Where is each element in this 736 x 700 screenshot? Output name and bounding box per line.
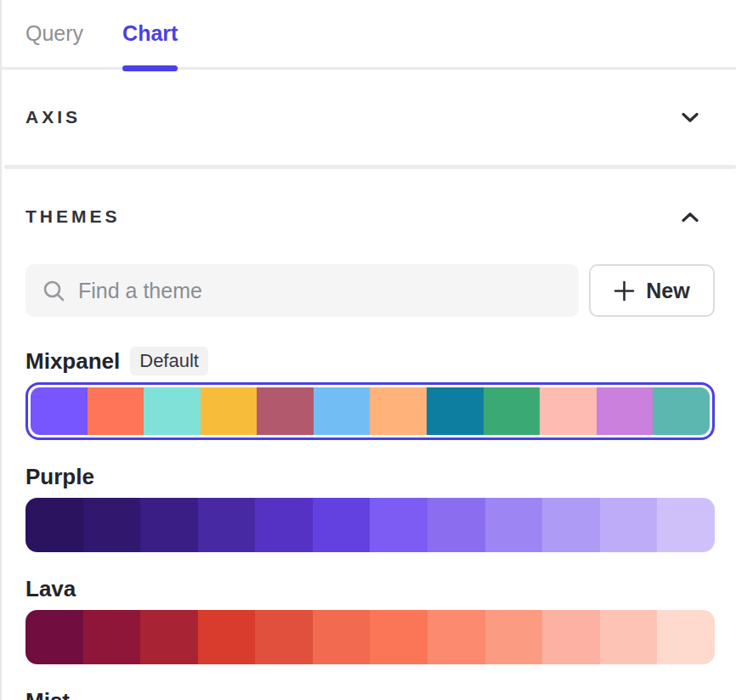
color-swatch: [313, 610, 371, 664]
tab-query-label: Query: [25, 21, 83, 46]
color-swatch: [140, 498, 198, 552]
color-swatch: [600, 498, 658, 552]
color-swatch: [485, 498, 543, 552]
color-swatch: [370, 610, 427, 664]
theme-entry-lava: Lava: [25, 575, 715, 664]
new-theme-button-label: New: [646, 279, 689, 303]
theme-name: Mist: [25, 688, 70, 700]
theme-label-row: Mist: [25, 687, 715, 700]
axis-section-header[interactable]: AXIS: [2, 70, 736, 165]
color-swatch: [255, 498, 313, 552]
theme-search-box[interactable]: [25, 264, 579, 317]
tab-chart[interactable]: Chart: [122, 0, 178, 67]
color-swatch: [600, 610, 658, 664]
color-swatch: [198, 610, 256, 664]
axis-section-title: AXIS: [25, 107, 81, 127]
color-swatch: [427, 387, 484, 435]
theme-entry-mixpanel: MixpanelDefault: [25, 347, 715, 440]
color-swatch: [653, 387, 710, 435]
theme-name: Lava: [25, 576, 76, 602]
color-swatch: [255, 610, 313, 664]
swatch-row: [25, 498, 715, 552]
color-swatch: [25, 498, 83, 552]
theme-list: MixpanelDefaultPurpleLavaMist: [25, 347, 715, 700]
color-swatch: [313, 498, 371, 552]
color-swatch: [201, 387, 258, 435]
color-swatch: [25, 610, 83, 664]
new-theme-button[interactable]: New: [589, 264, 715, 317]
color-swatch: [370, 498, 427, 552]
color-swatch: [540, 387, 597, 435]
color-swatch: [484, 387, 541, 435]
theme-toolbar: New: [25, 264, 715, 317]
theme-name: Purple: [25, 464, 94, 490]
color-swatch: [370, 387, 427, 435]
default-badge: Default: [130, 347, 208, 375]
color-swatch: [31, 387, 88, 435]
search-icon: [42, 279, 65, 302]
themes-section-header[interactable]: THEMES: [2, 203, 736, 230]
themes-section: THEMES New MixpanelDe: [2, 169, 736, 700]
theme-name: Mixpanel: [25, 348, 120, 375]
tab-bar: Query Chart: [2, 0, 736, 70]
color-swatch: [657, 498, 715, 552]
tab-chart-label: Chart: [122, 21, 178, 46]
theme-label-row: Lava: [25, 575, 715, 602]
color-swatch: [83, 498, 141, 552]
tab-query[interactable]: Query: [25, 0, 83, 67]
axis-section: AXIS: [2, 70, 736, 165]
themes-section-title: THEMES: [25, 206, 121, 227]
color-swatch: [88, 387, 144, 435]
color-swatch: [542, 498, 600, 552]
color-swatch: [427, 498, 485, 552]
color-swatch: [257, 387, 314, 435]
chevron-down-icon[interactable]: [682, 112, 699, 123]
color-swatch: [83, 610, 141, 664]
color-swatch: [314, 387, 371, 435]
theme-label-row: Purple: [25, 463, 715, 490]
color-swatch: [144, 387, 201, 435]
color-swatch: [140, 610, 198, 664]
chart-settings-panel: Query Chart AXIS THEMES: [0, 0, 736, 700]
theme-search-input[interactable]: [78, 279, 562, 303]
swatch-row: [25, 610, 715, 664]
theme-entry-purple: Purple: [25, 463, 715, 552]
theme-label-row: MixpanelDefault: [25, 347, 715, 375]
color-swatch: [542, 610, 600, 664]
theme-swatches-mixpanel[interactable]: [25, 382, 715, 440]
swatch-row: [31, 387, 710, 435]
color-swatch: [597, 387, 654, 435]
active-tab-indicator: [122, 65, 178, 71]
theme-entry-mist: Mist: [25, 687, 715, 700]
theme-swatches-purple[interactable]: [25, 498, 715, 552]
color-swatch: [485, 610, 543, 664]
plus-icon: [614, 280, 635, 302]
color-swatch: [657, 610, 715, 664]
color-swatch: [198, 498, 256, 552]
chevron-up-icon[interactable]: [682, 212, 699, 223]
theme-swatches-lava[interactable]: [25, 610, 715, 664]
color-swatch: [427, 610, 485, 664]
